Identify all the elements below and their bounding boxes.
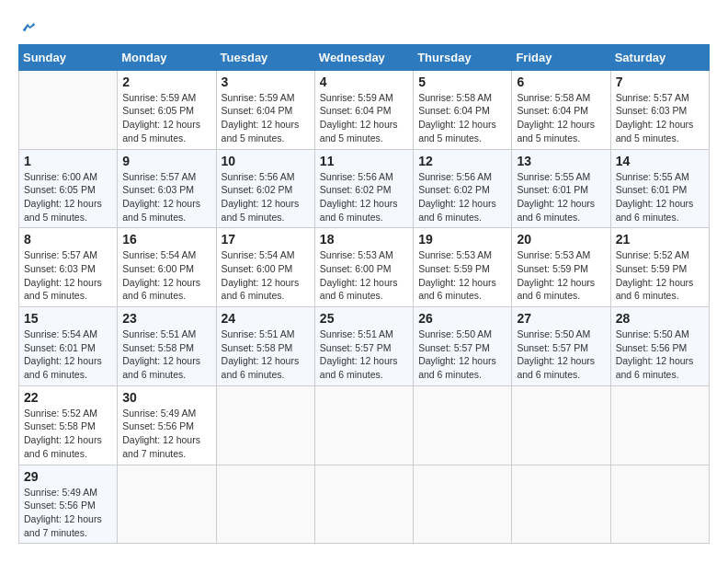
calendar-cell: 18Sunrise: 5:53 AMSunset: 6:00 PMDayligh… <box>314 228 413 307</box>
col-header-sunday: Sunday <box>19 44 118 70</box>
calendar-cell <box>118 465 216 544</box>
day-info: Sunrise: 5:51 AMSunset: 5:58 PMDaylight:… <box>222 327 310 382</box>
day-info: Sunrise: 5:53 AMSunset: 5:59 PMDaylight:… <box>418 248 506 303</box>
calendar-cell: 26Sunrise: 5:50 AMSunset: 5:57 PMDayligh… <box>414 307 512 386</box>
calendar-cell: 13Sunrise: 5:55 AMSunset: 6:01 PMDayligh… <box>512 149 610 228</box>
day-number: 29 <box>24 469 112 484</box>
calendar-cell: 27Sunrise: 5:50 AMSunset: 5:57 PMDayligh… <box>512 307 610 386</box>
day-number: 9 <box>122 154 210 168</box>
day-info: Sunrise: 5:55 AMSunset: 6:01 PMDaylight:… <box>616 170 704 224</box>
day-info: Sunrise: 5:54 AMSunset: 6:01 PMDaylight:… <box>24 327 112 382</box>
day-info: Sunrise: 5:52 AMSunset: 5:58 PMDaylight:… <box>24 407 112 461</box>
day-info: Sunrise: 5:52 AMSunset: 5:59 PMDaylight:… <box>616 248 704 303</box>
day-info: Sunrise: 5:57 AMSunset: 6:03 PMDaylight:… <box>24 248 112 303</box>
calendar-cell: 20Sunrise: 5:53 AMSunset: 5:59 PMDayligh… <box>512 228 610 307</box>
calendar-cell <box>216 385 314 465</box>
day-number: 21 <box>616 232 704 247</box>
day-info: Sunrise: 5:58 AMSunset: 6:04 PMDaylight:… <box>418 91 506 145</box>
calendar-cell <box>314 385 413 465</box>
calendar-cell: 24Sunrise: 5:51 AMSunset: 5:58 PMDayligh… <box>216 307 314 386</box>
day-number: 14 <box>616 154 704 168</box>
calendar-cell: 19Sunrise: 5:53 AMSunset: 5:59 PMDayligh… <box>414 228 512 307</box>
calendar-cell: 29Sunrise: 5:49 AMSunset: 5:56 PMDayligh… <box>19 465 118 544</box>
day-info: Sunrise: 5:56 AMSunset: 6:02 PMDaylight:… <box>320 170 408 224</box>
calendar-cell: 3Sunrise: 5:59 AMSunset: 6:04 PMDaylight… <box>216 70 314 149</box>
day-number: 12 <box>418 154 506 168</box>
week-row-5: 29Sunrise: 5:49 AMSunset: 5:56 PMDayligh… <box>19 465 710 544</box>
calendar-cell: 16Sunrise: 5:54 AMSunset: 6:00 PMDayligh… <box>118 228 216 307</box>
day-info: Sunrise: 5:53 AMSunset: 6:00 PMDaylight:… <box>320 248 408 303</box>
calendar-cell <box>414 465 512 544</box>
calendar-cell: 10Sunrise: 5:56 AMSunset: 6:02 PMDayligh… <box>216 149 314 228</box>
day-number: 2 <box>122 75 210 89</box>
col-header-friday: Friday <box>512 44 610 70</box>
logo-bird-icon <box>20 20 35 35</box>
day-number: 15 <box>24 311 112 326</box>
day-number: 11 <box>320 154 408 168</box>
calendar-cell <box>19 70 118 149</box>
day-info: Sunrise: 5:50 AMSunset: 5:57 PMDaylight:… <box>517 327 605 382</box>
calendar-cell <box>414 385 512 465</box>
day-info: Sunrise: 5:57 AMSunset: 6:03 PMDaylight:… <box>616 91 704 145</box>
day-info: Sunrise: 5:58 AMSunset: 6:04 PMDaylight:… <box>517 91 605 145</box>
calendar-cell <box>610 385 709 465</box>
day-number: 8 <box>24 232 112 247</box>
day-number: 25 <box>320 311 408 326</box>
calendar-cell: 30Sunrise: 5:49 AMSunset: 5:56 PMDayligh… <box>118 385 216 465</box>
week-row-3: 15Sunrise: 5:54 AMSunset: 6:01 PMDayligh… <box>19 307 710 386</box>
days-header-row: SundayMondayTuesdayWednesdayThursdayFrid… <box>19 44 710 70</box>
svg-marker-0 <box>23 23 35 32</box>
col-header-monday: Monday <box>118 44 216 70</box>
day-number: 3 <box>222 75 310 89</box>
calendar-cell <box>314 465 413 544</box>
day-info: Sunrise: 5:54 AMSunset: 6:00 PMDaylight:… <box>222 248 310 303</box>
week-row-0: 2Sunrise: 5:59 AMSunset: 6:05 PMDaylight… <box>19 70 710 149</box>
week-row-2: 8Sunrise: 5:57 AMSunset: 6:03 PMDaylight… <box>19 228 710 307</box>
calendar-cell: 6Sunrise: 5:58 AMSunset: 6:04 PMDaylight… <box>512 70 610 149</box>
day-number: 19 <box>418 232 506 247</box>
day-info: Sunrise: 5:56 AMSunset: 6:02 PMDaylight:… <box>222 170 310 224</box>
calendar-cell: 17Sunrise: 5:54 AMSunset: 6:00 PMDayligh… <box>216 228 314 307</box>
day-info: Sunrise: 5:56 AMSunset: 6:02 PMDaylight:… <box>418 170 506 224</box>
col-header-saturday: Saturday <box>610 44 709 70</box>
day-number: 10 <box>222 154 310 168</box>
calendar-cell: 1Sunrise: 6:00 AMSunset: 6:05 PMDaylight… <box>19 149 118 228</box>
day-number: 18 <box>320 232 408 247</box>
logo <box>18 18 35 37</box>
day-number: 28 <box>616 311 704 326</box>
day-info: Sunrise: 5:54 AMSunset: 6:00 PMDaylight:… <box>122 248 210 303</box>
calendar-cell: 4Sunrise: 5:59 AMSunset: 6:04 PMDaylight… <box>314 70 413 149</box>
day-info: Sunrise: 5:59 AMSunset: 6:04 PMDaylight:… <box>320 91 408 145</box>
col-header-tuesday: Tuesday <box>216 44 314 70</box>
day-number: 4 <box>320 75 408 89</box>
calendar-cell: 5Sunrise: 5:58 AMSunset: 6:04 PMDaylight… <box>414 70 512 149</box>
day-number: 20 <box>517 232 605 247</box>
calendar-cell: 2Sunrise: 5:59 AMSunset: 6:05 PMDaylight… <box>118 70 216 149</box>
day-number: 6 <box>517 75 605 89</box>
day-info: Sunrise: 6:00 AMSunset: 6:05 PMDaylight:… <box>24 170 112 224</box>
day-number: 13 <box>517 154 605 168</box>
day-number: 5 <box>418 75 506 89</box>
calendar-cell <box>610 465 709 544</box>
page-header <box>18 18 710 37</box>
col-header-thursday: Thursday <box>414 44 512 70</box>
day-info: Sunrise: 5:59 AMSunset: 6:05 PMDaylight:… <box>122 91 210 145</box>
col-header-wednesday: Wednesday <box>314 44 413 70</box>
calendar-cell: 9Sunrise: 5:57 AMSunset: 6:03 PMDaylight… <box>118 149 216 228</box>
day-info: Sunrise: 5:50 AMSunset: 5:57 PMDaylight:… <box>418 327 506 382</box>
day-number: 22 <box>24 390 112 405</box>
calendar-cell: 21Sunrise: 5:52 AMSunset: 5:59 PMDayligh… <box>610 228 709 307</box>
day-info: Sunrise: 5:55 AMSunset: 6:01 PMDaylight:… <box>517 170 605 224</box>
calendar-cell <box>512 465 610 544</box>
day-number: 16 <box>122 232 210 247</box>
calendar-cell: 28Sunrise: 5:50 AMSunset: 5:56 PMDayligh… <box>610 307 709 386</box>
day-info: Sunrise: 5:50 AMSunset: 5:56 PMDaylight:… <box>616 327 704 382</box>
logo-text <box>18 18 35 37</box>
day-info: Sunrise: 5:49 AMSunset: 5:56 PMDaylight:… <box>24 486 112 540</box>
calendar-cell <box>216 465 314 544</box>
day-info: Sunrise: 5:51 AMSunset: 5:58 PMDaylight:… <box>122 327 210 382</box>
calendar-cell: 14Sunrise: 5:55 AMSunset: 6:01 PMDayligh… <box>610 149 709 228</box>
day-number: 1 <box>24 154 112 168</box>
calendar-cell: 11Sunrise: 5:56 AMSunset: 6:02 PMDayligh… <box>314 149 413 228</box>
day-info: Sunrise: 5:59 AMSunset: 6:04 PMDaylight:… <box>222 91 310 145</box>
